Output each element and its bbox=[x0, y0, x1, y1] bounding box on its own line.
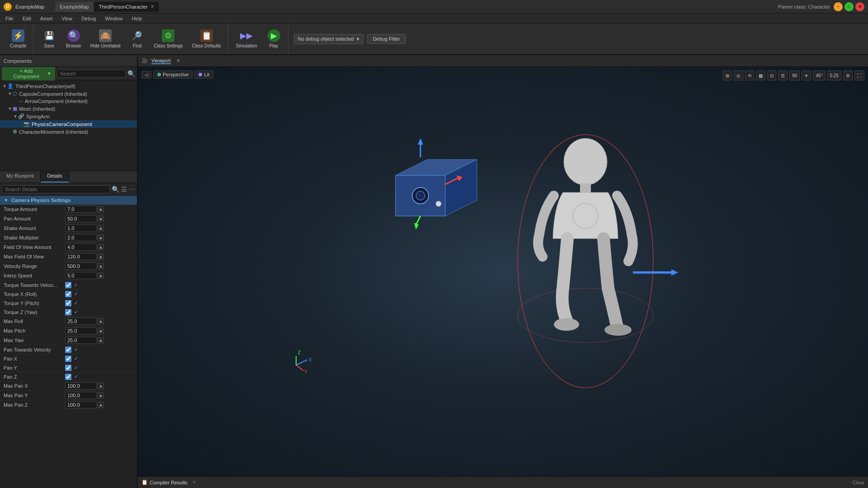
compiler-close[interactable]: ✕ bbox=[192, 479, 196, 485]
compiler-tab[interactable]: 📋 Compiler Results ✕ bbox=[142, 479, 196, 485]
prop-label: Max Pitch bbox=[2, 328, 65, 333]
viewport-tab[interactable]: Viewport bbox=[151, 58, 171, 64]
class-defaults-button[interactable]: 📋 Class Defaults bbox=[188, 28, 224, 50]
prop-spin-up-20[interactable]: ▲ bbox=[98, 392, 104, 399]
prop-spin-up-4[interactable]: ▲ bbox=[98, 244, 104, 250]
clear-label[interactable]: Clear bbox=[853, 480, 864, 485]
prop-spin-up-0[interactable]: ▲ bbox=[98, 206, 104, 212]
tree-item-movement[interactable]: ⚙ CharacterMovement (Inherited) bbox=[0, 128, 137, 136]
content-area: Components + Add Component ▾ 🔍 ▼ 👤 Third… bbox=[0, 55, 868, 488]
tree-item-camera[interactable]: 📷 PhysicsCameraComponent bbox=[0, 120, 137, 128]
prop-checkbox-10[interactable] bbox=[65, 300, 71, 306]
browse-button[interactable]: 🔍 Browse bbox=[62, 28, 85, 50]
checkbox-indicator: ✓ bbox=[74, 300, 78, 305]
simulation-button[interactable]: ▶▶ Simulation bbox=[232, 28, 261, 50]
tree-item-springarm[interactable]: ▼ 🔗 SpringArm bbox=[0, 113, 137, 120]
compile-button[interactable]: ⚡ Compile bbox=[6, 28, 30, 50]
save-button[interactable]: 💾 Save bbox=[38, 28, 61, 50]
class-settings-button[interactable]: ⚙ Class Settings bbox=[150, 28, 186, 50]
prop-checkbox-8[interactable] bbox=[65, 282, 71, 288]
tree-item-capsule[interactable]: ▼ ⬡ CapsuleComponent (Inherited) bbox=[0, 90, 137, 98]
prop-input-4[interactable] bbox=[65, 244, 97, 251]
debug-filter-button[interactable]: Debug Filter bbox=[367, 34, 406, 44]
menu-window[interactable]: Window bbox=[101, 15, 126, 22]
hide-unrelated-button[interactable]: 🙈 Hide Unrelated bbox=[87, 28, 124, 50]
tree-expander-capsule: ▼ bbox=[7, 91, 13, 96]
viewport[interactable]: ◁ Perspective Lit ⊞ ◎ ⟲ ▦ ⊡ bbox=[138, 67, 868, 476]
play-button[interactable]: ▶ Play bbox=[263, 28, 285, 50]
tree-movement-label: CharacterMovement (Inherited) bbox=[19, 129, 88, 135]
minimize-button[interactable]: − bbox=[834, 2, 843, 11]
prop-input-7[interactable] bbox=[65, 272, 97, 279]
prop-spin-up-13[interactable]: ▲ bbox=[98, 328, 104, 334]
details-search-input[interactable] bbox=[2, 185, 110, 193]
tree-item-mesh[interactable]: ▼ ▦ Mesh (Inherited) bbox=[0, 105, 137, 113]
prop-spin-up-12[interactable]: ▲ bbox=[98, 318, 104, 324]
menu-edit[interactable]: Edit bbox=[19, 15, 35, 22]
prop-value: ▲ bbox=[65, 272, 135, 279]
menu-bar: File Edit Asset View Debug Window Help bbox=[0, 14, 868, 23]
prop-spin-up-1[interactable]: ▲ bbox=[98, 216, 104, 222]
prop-spin-up-14[interactable]: ▲ bbox=[98, 337, 104, 343]
prop-input-3[interactable] bbox=[65, 234, 97, 241]
svg-line-22 bbox=[283, 374, 789, 383]
details-options-btn[interactable]: ☰ bbox=[121, 186, 127, 193]
tab-myblueprint[interactable]: My Blueprint bbox=[0, 171, 41, 183]
toolbar-sim-section: ▶▶ Simulation ▶ Play bbox=[230, 23, 288, 54]
tab-thirdpersoncharacter[interactable]: ThirdPersonCharacter ✕ bbox=[94, 2, 158, 12]
add-component-button[interactable]: + Add Component ▾ bbox=[2, 67, 55, 80]
add-component-chevron: ▾ bbox=[48, 70, 51, 76]
viewport-close-icon[interactable]: ✕ bbox=[176, 58, 180, 64]
prop-checkbox-9[interactable] bbox=[65, 291, 71, 297]
toolbar-compile-section: ⚡ Compile bbox=[4, 23, 33, 54]
prop-input-0[interactable] bbox=[65, 206, 97, 213]
prop-input-5[interactable] bbox=[65, 253, 97, 260]
details-search-icon-btn[interactable]: 🔍 bbox=[112, 186, 119, 193]
prop-spin-up-19[interactable]: ▲ bbox=[98, 383, 104, 389]
prop-checkbox-11[interactable] bbox=[65, 309, 71, 315]
menu-asset[interactable]: Asset bbox=[37, 15, 57, 22]
bottom-panel: My Blueprint Details 🔍 ☰ ⋯ ▼ Camera Phys… bbox=[0, 171, 137, 488]
prop-spin-up-2[interactable]: ▲ bbox=[98, 225, 104, 231]
prop-input-19[interactable] bbox=[65, 382, 97, 389]
menu-file[interactable]: File bbox=[2, 15, 17, 22]
tab-examplemap[interactable]: ExampleMap bbox=[55, 2, 93, 12]
tree-item-root[interactable]: ▼ 👤 ThirdPersonCharacter(self) bbox=[0, 82, 137, 90]
main-layout: ⚡ Compile 💾 Save 🔍 Browse 🙈 Hide Unrelat… bbox=[0, 23, 868, 488]
maximize-button[interactable]: □ bbox=[844, 2, 854, 11]
camera-physics-section-header[interactable]: ▼ Camera Physics Settings bbox=[0, 196, 137, 205]
prop-input-12[interactable] bbox=[65, 318, 97, 325]
prop-input-14[interactable] bbox=[65, 337, 97, 344]
prop-spin-up-7[interactable]: ▲ bbox=[98, 272, 104, 279]
prop-spin-up-3[interactable]: ▲ bbox=[98, 235, 104, 241]
debug-dropdown[interactable]: No debug object selected ▾ bbox=[294, 34, 363, 44]
prop-checkbox-15[interactable] bbox=[65, 347, 71, 353]
component-search-icon[interactable]: 🔍 bbox=[127, 70, 135, 77]
checkbox-indicator: ✓ bbox=[74, 365, 78, 370]
prop-input-21[interactable] bbox=[65, 401, 97, 408]
find-button[interactable]: 🔎 Find bbox=[126, 28, 148, 50]
prop-input-2[interactable] bbox=[65, 225, 97, 232]
prop-input-6[interactable] bbox=[65, 263, 97, 270]
prop-spin-up-6[interactable]: ▲ bbox=[98, 263, 104, 269]
svg-text:Y: Y bbox=[304, 369, 307, 374]
menu-help[interactable]: Help bbox=[128, 15, 146, 22]
tab-details[interactable]: Details bbox=[41, 171, 69, 183]
prop-input-20[interactable] bbox=[65, 392, 97, 399]
component-search-input[interactable] bbox=[57, 70, 126, 78]
tab-close-icon[interactable]: ✕ bbox=[151, 4, 154, 9]
menu-debug[interactable]: Debug bbox=[78, 15, 99, 22]
menu-view[interactable]: View bbox=[58, 15, 76, 22]
checkbox-indicator: ✓ bbox=[74, 291, 78, 296]
prop-input-1[interactable] bbox=[65, 215, 97, 222]
prop-input-13[interactable] bbox=[65, 327, 97, 334]
prop-checkbox-17[interactable] bbox=[65, 365, 71, 371]
prop-checkbox-16[interactable] bbox=[65, 356, 71, 362]
details-more-btn[interactable]: ⋯ bbox=[129, 186, 135, 193]
properties-container: Torque Amount▲Pan Amount▲Shake Amount▲Sh… bbox=[0, 205, 137, 410]
prop-spin-up-21[interactable]: ▲ bbox=[98, 402, 104, 408]
close-button[interactable]: ✕ bbox=[855, 2, 864, 11]
tree-item-arrow[interactable]: → ArrowComponent (Inherited) bbox=[0, 98, 137, 105]
prop-checkbox-18[interactable] bbox=[65, 374, 71, 380]
prop-spin-up-5[interactable]: ▲ bbox=[98, 253, 104, 260]
